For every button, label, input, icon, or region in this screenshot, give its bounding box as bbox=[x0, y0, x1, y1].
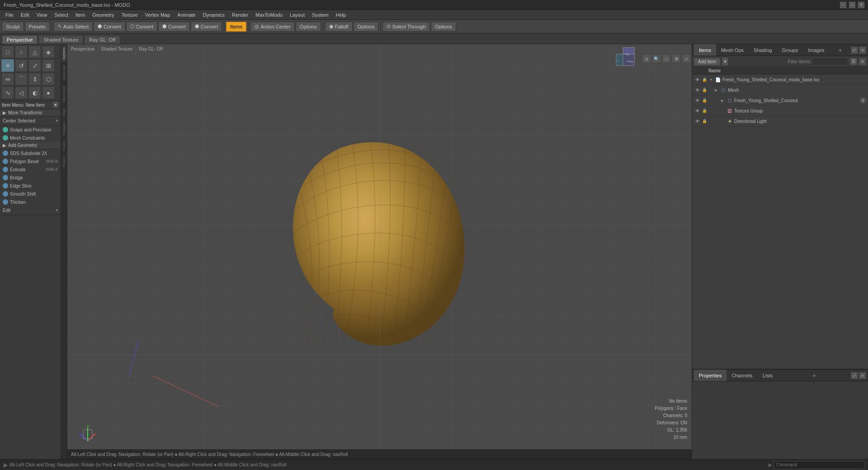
strip-tab-curve[interactable]: Curve bbox=[61, 138, 67, 154]
select-through-button[interactable]: ⊙ Select Through bbox=[382, 22, 429, 32]
viewport-shaded-label[interactable]: Shaded Texture bbox=[99, 46, 134, 52]
viewport-zoom-btn[interactable]: 🔍 bbox=[652, 54, 661, 63]
nav-cube[interactable]: Top L Persp bbox=[614, 45, 641, 72]
menu-help[interactable]: Help bbox=[332, 11, 350, 19]
edit-row[interactable]: Edit ▼ bbox=[0, 206, 61, 215]
viewport-perspective-label[interactable]: Perspective bbox=[69, 46, 96, 52]
view-tab-perspective[interactable]: Perspective bbox=[2, 35, 38, 44]
smooth-tool[interactable]: ● bbox=[42, 86, 55, 99]
convert-button-1[interactable]: ⬟ Convert bbox=[94, 22, 125, 32]
polygon-bevel-item[interactable]: Polygon Bevel Shift-B bbox=[0, 157, 61, 165]
smooth-shift-item[interactable]: Smooth Shift bbox=[0, 190, 61, 198]
items-list[interactable]: 👁 🔒 ▼ 📄 Fresh_Young_Shelled_Coconut_modo… bbox=[692, 75, 868, 369]
bend-tool[interactable]: ⌒ bbox=[15, 73, 28, 85]
convert-button-4[interactable]: ⬣ Convert bbox=[191, 22, 222, 32]
prop-more-btn[interactable]: ≡ bbox=[859, 372, 866, 379]
select-lasso-tool[interactable]: △ bbox=[28, 46, 41, 58]
shear-tool[interactable]: ⬡ bbox=[42, 73, 55, 85]
auto-select-button[interactable]: ↖ Auto Select bbox=[54, 22, 93, 32]
viewport-settings-btn[interactable]: ⚙ bbox=[672, 54, 681, 63]
options-button-2[interactable]: Options bbox=[354, 22, 379, 32]
menu-layout[interactable]: Layout bbox=[286, 11, 308, 19]
strip-tab-mesh-edit[interactable]: Mesh Edit bbox=[61, 83, 67, 105]
tab-lists[interactable]: Lists bbox=[758, 370, 778, 381]
menu-edit[interactable]: Edit bbox=[17, 11, 33, 19]
options-button-1[interactable]: Options bbox=[296, 22, 321, 32]
viewport-reset-btn[interactable]: ⊙ bbox=[642, 54, 651, 63]
strip-tab-edge[interactable]: Edge bbox=[61, 105, 67, 119]
prop-expand-btn[interactable]: ⤢ bbox=[851, 372, 858, 379]
tab-mesh-ops[interactable]: Mesh Ops bbox=[716, 44, 749, 56]
scale-tool[interactable]: ⤢ bbox=[28, 59, 41, 72]
strip-tab-polygon[interactable]: Polygon bbox=[61, 119, 67, 138]
close-button[interactable]: ✕ bbox=[858, 2, 864, 8]
select-box-tool[interactable]: □ bbox=[1, 46, 14, 58]
minimize-button[interactable]: ─ bbox=[840, 2, 846, 8]
presets-button[interactable]: Presets bbox=[25, 22, 50, 32]
panel-expand-btn[interactable]: ⤢ bbox=[851, 47, 858, 54]
move-tool[interactable]: ✛ bbox=[1, 59, 14, 72]
sds-subdivide-item[interactable]: SDS Subdivide 2X bbox=[0, 149, 61, 157]
add-item-dropdown[interactable]: ▼ bbox=[722, 57, 728, 66]
thicken-item[interactable]: Thicken bbox=[0, 198, 61, 206]
menu-vertex-map[interactable]: Vertex Map bbox=[142, 11, 174, 19]
viewport-maximize-btn[interactable]: ⤢ bbox=[682, 54, 691, 63]
menu-system[interactable]: System bbox=[308, 11, 332, 19]
stretch-tool[interactable]: ⇕ bbox=[28, 73, 41, 85]
center-selected-row[interactable]: Center Selected ▼ bbox=[0, 117, 61, 126]
arrow-mesh[interactable]: ▶ bbox=[715, 88, 720, 92]
sculpt-button[interactable]: Sculpt bbox=[2, 22, 24, 32]
lock-icon-coconut[interactable]: 🔒 bbox=[701, 97, 708, 103]
command-input[interactable] bbox=[774, 461, 864, 469]
filter-action-btn-2[interactable]: ≡ bbox=[859, 58, 866, 65]
menu-texture[interactable]: Texture bbox=[118, 11, 142, 19]
tree-item-light[interactable]: 👁 🔒 ☀ Directional Light bbox=[692, 116, 868, 127]
menu-geometry[interactable]: Geometry bbox=[89, 11, 118, 19]
tree-item-root[interactable]: 👁 🔒 ▼ 📄 Fresh_Young_Shelled_Coconut_modo… bbox=[692, 75, 868, 85]
tab-images[interactable]: Images bbox=[803, 44, 830, 56]
item-menu-dropdown[interactable]: ▼ bbox=[52, 102, 59, 108]
view-tab-shaded[interactable]: Shaded Texture bbox=[38, 35, 83, 44]
lock-icon-mesh[interactable]: 🔒 bbox=[701, 87, 708, 93]
add-tab-button[interactable]: + bbox=[836, 47, 844, 54]
tab-properties[interactable]: Properties bbox=[694, 370, 726, 381]
menu-select[interactable]: Select bbox=[51, 11, 72, 19]
tree-item-coconut[interactable]: 👁 🔒 ▶ ⬡ Fresh_Young_Shelled_Coconut 3 bbox=[692, 95, 868, 106]
viewport-raygl-label[interactable]: Ray GL: Off bbox=[137, 46, 165, 52]
twist-tool[interactable]: ∿ bbox=[1, 86, 14, 99]
eye-icon-mesh[interactable]: 👁 bbox=[694, 86, 701, 94]
mirror-tool[interactable]: ⇔ bbox=[1, 73, 14, 85]
menu-render[interactable]: Render bbox=[228, 11, 252, 19]
menu-item[interactable]: Item bbox=[72, 11, 89, 19]
add-property-tab-button[interactable]: + bbox=[811, 372, 818, 379]
tab-channels[interactable]: Channels bbox=[726, 370, 757, 381]
tab-items[interactable]: Items bbox=[694, 44, 716, 56]
transform-tool[interactable]: ⊞ bbox=[42, 59, 55, 72]
strip-tab-deform[interactable]: Deform bbox=[61, 44, 67, 62]
menu-view[interactable]: View bbox=[33, 11, 51, 19]
viewport-frame-btn[interactable]: □ bbox=[662, 54, 671, 63]
filter-action-btn-1[interactable]: ☰ bbox=[850, 58, 857, 65]
mesh-constraints-item[interactable]: Mesh Constraints bbox=[0, 134, 61, 142]
lock-icon-texture[interactable]: 🔒 bbox=[701, 108, 708, 114]
add-geometry-header[interactable]: ▶ Add Geometry bbox=[0, 142, 61, 149]
view-tab-raygl[interactable]: Ray GL: Off bbox=[84, 35, 120, 44]
window-controls[interactable]: ─ □ ✕ bbox=[840, 2, 864, 8]
more-transforms-header[interactable]: ▶ More Transforms bbox=[0, 109, 61, 116]
eye-icon-light[interactable]: 👁 bbox=[694, 118, 701, 125]
eye-icon-coconut[interactable]: 👁 bbox=[694, 97, 701, 104]
tree-item-texture-group[interactable]: 👁 🔒 🖼 Texture Group bbox=[692, 106, 868, 116]
viewport[interactable]: Perspective Shaded Texture Ray GL: Off bbox=[67, 44, 692, 459]
tab-groups[interactable]: Groups bbox=[777, 44, 803, 56]
tab-shading[interactable]: Shading bbox=[749, 44, 777, 56]
tree-item-mesh-parent[interactable]: 👁 🔒 ▶ ⬡ Mesh bbox=[692, 85, 868, 95]
magnet-tool[interactable]: ◐ bbox=[28, 86, 41, 99]
taper-tool[interactable]: ◁ bbox=[15, 86, 28, 99]
select-point-tool[interactable]: ◈ bbox=[42, 46, 55, 58]
lock-icon-light[interactable]: 🔒 bbox=[701, 118, 708, 124]
menu-animate[interactable]: Animate bbox=[174, 11, 199, 19]
action-center-button[interactable]: ◎ Action Center bbox=[250, 22, 295, 32]
edge-slice-item[interactable]: Edge Slice bbox=[0, 182, 61, 190]
strip-tab-duplicate[interactable]: Duplicate bbox=[61, 62, 67, 83]
panel-more-btn[interactable]: ≡ bbox=[859, 47, 866, 54]
